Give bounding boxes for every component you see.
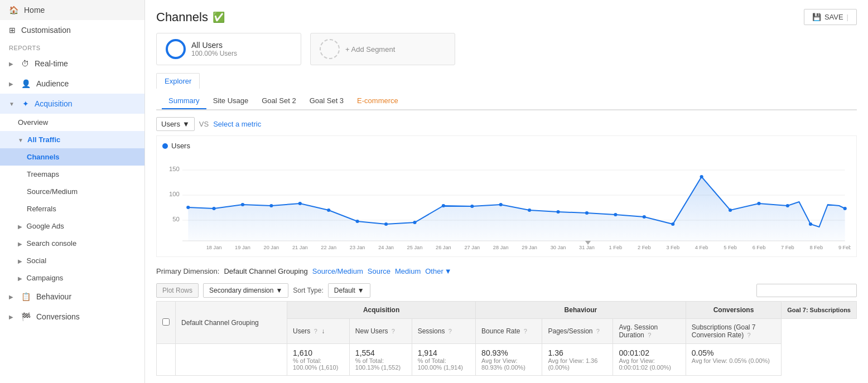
chart-area: Users 150 100 50 xyxy=(156,135,857,257)
tab-site-usage[interactable]: Site Usage xyxy=(206,93,255,109)
legend-dot xyxy=(162,143,168,149)
audience-arrow: ▶ xyxy=(9,81,13,87)
th-new-users[interactable]: New Users ? xyxy=(349,319,412,344)
data-table: Default Channel Grouping Acquisition Beh… xyxy=(156,301,857,376)
other-dropdown[interactable]: Other ▼ xyxy=(425,267,451,275)
tab-summary[interactable]: Summary xyxy=(162,93,206,109)
person-icon: 👤 xyxy=(21,79,31,88)
sidebar-item-campaigns[interactable]: ▶ Campaigns xyxy=(0,269,144,287)
th-users[interactable]: Users ? ↓ xyxy=(287,319,350,344)
th-sessions[interactable]: Sessions ? xyxy=(412,319,475,344)
sidebar-item-overview[interactable]: Overview xyxy=(0,114,144,131)
sidebar-item-source-medium[interactable]: Source/Medium xyxy=(0,183,144,200)
sort-default-dropdown[interactable]: Default ▼ xyxy=(328,283,370,298)
svg-point-22 xyxy=(585,211,589,215)
sidebar-item-audience[interactable]: ▶ 👤 Audience xyxy=(0,74,144,94)
th-bounce-rate[interactable]: Bounce Rate ? xyxy=(476,319,542,344)
verified-icon: ✅ xyxy=(213,11,225,23)
sidebar-item-referrals[interactable]: Referrals xyxy=(0,200,144,217)
subscriptions-help-icon: ? xyxy=(747,332,750,338)
svg-point-21 xyxy=(556,210,560,214)
select-metric-link[interactable]: Select a metric xyxy=(213,120,261,128)
add-segment-circle xyxy=(320,39,340,59)
conversions-icon: 🏁 xyxy=(21,312,31,321)
sidebar-item-channels[interactable]: Channels xyxy=(0,148,144,166)
svg-point-9 xyxy=(212,207,215,210)
save-icon: 💾 xyxy=(812,13,821,21)
th-checkbox xyxy=(157,302,176,344)
th-pages-session[interactable]: Pages/Session ? xyxy=(542,319,613,344)
primary-dim-label: Primary Dimension: xyxy=(156,267,219,275)
acquisition-arrow: ▼ xyxy=(9,101,15,107)
totals-label-cell xyxy=(176,344,287,376)
behaviour-icon: 📋 xyxy=(21,292,31,301)
plot-rows-button: Plot Rows xyxy=(156,283,199,298)
sidebar-item-conversions[interactable]: ▶ 🏁 Conversions xyxy=(0,307,144,327)
title-row: Channels ✅ xyxy=(156,10,225,25)
sidebar-item-acquisition[interactable]: ▼ ✦ Acquisition xyxy=(0,94,144,114)
tab-ecommerce[interactable]: E-commerce xyxy=(350,93,405,109)
svg-text:150: 150 xyxy=(169,166,180,172)
svg-text:8 Feb: 8 Feb xyxy=(809,245,823,250)
source-link[interactable]: Source xyxy=(368,267,390,275)
sidebar-item-all-traffic[interactable]: ▼ All Traffic xyxy=(0,131,144,148)
sidebar-item-home[interactable]: 🏠 Home xyxy=(0,0,144,20)
totals-avg-duration-cell: 00:01:02 Avg for View: 0:00:01:02 (0.00%… xyxy=(613,344,686,376)
totals-users-cell: 1,610 % of Total: 100.00% (1,610) xyxy=(287,344,350,376)
legend-label: Users xyxy=(171,142,190,150)
select-all-checkbox[interactable] xyxy=(162,318,170,326)
new-users-help-icon: ? xyxy=(392,328,395,334)
page-header: Channels ✅ 💾 SAVE | xyxy=(156,9,857,25)
save-menu-arrow: | xyxy=(847,13,848,21)
svg-text:100: 100 xyxy=(169,191,180,197)
explorer-tab-container: Explorer Summary Site Usage Goal Set 2 G… xyxy=(156,73,857,110)
metric-dropdown[interactable]: Users ▼ xyxy=(156,117,195,131)
save-button[interactable]: 💾 SAVE | xyxy=(804,9,857,25)
sidebar-item-treemaps[interactable]: Treemaps xyxy=(0,166,144,183)
svg-text:18 Jan: 18 Jan xyxy=(206,245,222,250)
sidebar-item-customisation[interactable]: ⊞ Customisation xyxy=(0,20,144,40)
realtime-arrow: ▶ xyxy=(9,61,13,67)
svg-point-27 xyxy=(729,209,732,212)
segment-name: All Users xyxy=(191,41,237,50)
sidebar-item-search-console[interactable]: ▶ Search console xyxy=(0,235,144,252)
sidebar-item-realtime[interactable]: ▶ ⏱ Real-time xyxy=(0,54,144,74)
totals-conv-rate-cell: 0.05% Avg for View: 0.05% (0.00%) xyxy=(686,344,782,376)
th-avg-session-duration[interactable]: Avg. Session Duration ? xyxy=(613,319,686,344)
medium-link[interactable]: Medium xyxy=(395,267,421,275)
svg-point-15 xyxy=(384,222,388,226)
svg-text:4 Feb: 4 Feb xyxy=(695,245,708,250)
add-segment-card[interactable]: + Add Segment xyxy=(310,33,455,65)
svg-point-30 xyxy=(809,222,812,226)
svg-text:29 Jan: 29 Jan xyxy=(522,245,537,250)
secondary-dimension-dropdown[interactable]: Secondary dimension ▼ xyxy=(203,283,288,298)
table-search-input[interactable] xyxy=(756,284,857,297)
svg-text:5 Feb: 5 Feb xyxy=(724,245,737,250)
svg-point-23 xyxy=(614,213,617,216)
primary-dimension-row: Primary Dimension: Default Channel Group… xyxy=(156,263,857,280)
svg-text:27 Jan: 27 Jan xyxy=(464,245,480,250)
sidebar-item-google-ads[interactable]: ▶ Google Ads xyxy=(0,217,144,235)
explorer-tab[interactable]: Explorer xyxy=(156,73,200,89)
svg-point-19 xyxy=(499,203,503,206)
svg-point-16 xyxy=(413,221,416,224)
th-goal-subscriptions-section[interactable]: Goal 7: Subscriptions xyxy=(782,302,857,319)
svg-point-13 xyxy=(327,209,330,212)
svg-point-29 xyxy=(786,204,789,207)
sidebar-item-behaviour[interactable]: ▶ 📋 Behaviour xyxy=(0,287,144,307)
svg-text:24 Jan: 24 Jan xyxy=(378,245,394,250)
sidebar-item-social[interactable]: ▶ Social xyxy=(0,252,144,269)
th-subscriptions[interactable]: Subscriptions (Goal 7 Conversion Rate) ? xyxy=(686,319,782,344)
tab-goal-set-3[interactable]: Goal Set 3 xyxy=(303,93,350,109)
sidebar-section-reports: REPORTS xyxy=(0,40,144,54)
other-arrow-icon: ▼ xyxy=(445,267,452,275)
tab-goal-set-2[interactable]: Goal Set 2 xyxy=(255,93,302,109)
svg-point-26 xyxy=(700,175,703,178)
bounce-rate-help-icon: ? xyxy=(524,328,527,334)
svg-text:1 Feb: 1 Feb xyxy=(609,245,623,250)
svg-point-11 xyxy=(269,204,273,207)
svg-point-28 xyxy=(757,202,760,205)
source-medium-link[interactable]: Source/Medium xyxy=(312,267,363,275)
all-users-segment[interactable]: All Users 100.00% Users xyxy=(156,33,301,65)
svg-point-17 xyxy=(442,204,445,207)
